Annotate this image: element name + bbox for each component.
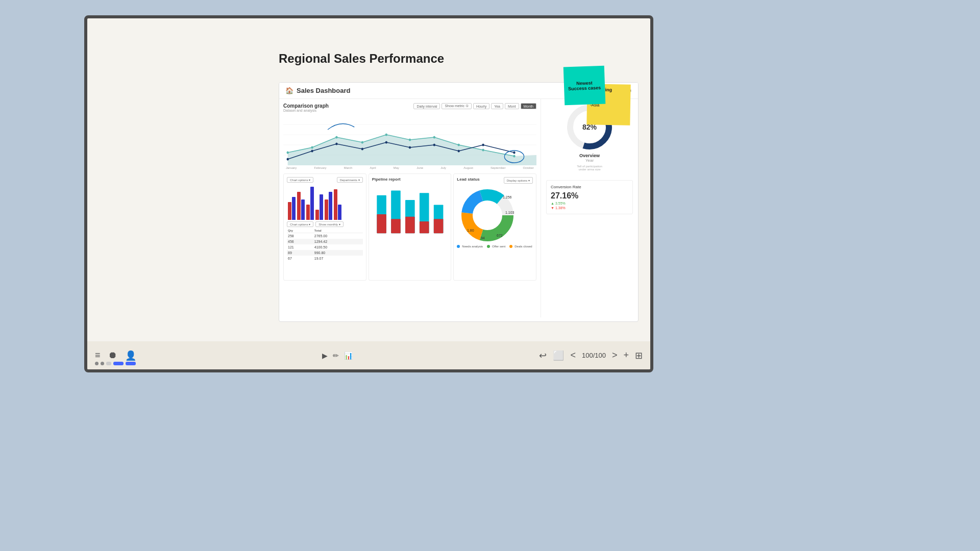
svg-point-12 [458, 144, 460, 146]
filter-hourly[interactable]: Hourly [473, 103, 489, 109]
dot-1 [95, 362, 99, 365]
home-icon: 🏠 [285, 87, 293, 94]
x-axis-labels: January February March April May June Ju… [283, 165, 536, 170]
svg-point-22 [458, 150, 460, 153]
svg-rect-35 [433, 219, 443, 233]
svg-point-21 [433, 144, 435, 146]
toolbar-center: ▶ ✏ 📊 [322, 352, 353, 360]
pen-tool[interactable]: ✏ [333, 352, 339, 360]
svg-text:1.256: 1.256 [503, 195, 512, 199]
filter-buttons: Daily interval Show metric ① Hourly Yea … [413, 103, 536, 109]
svg-point-16 [311, 150, 313, 153]
indicator-dots [95, 362, 136, 365]
conversion-delta-down: ▼ 1.38% [551, 206, 628, 210]
svg-text:1.80: 1.80 [467, 229, 474, 232]
filter-metric[interactable]: Show metric ① [442, 103, 471, 109]
legend-offer-sent: Offer sent [487, 245, 505, 248]
svg-point-15 [287, 158, 289, 161]
filter-mont[interactable]: Mont [505, 103, 519, 109]
svg-point-9 [385, 134, 387, 136]
svg-point-5 [287, 152, 289, 154]
page-indicator: 100/100 [582, 352, 606, 359]
svg-point-10 [409, 139, 411, 141]
overview-description: Tell of participationunder arma size [577, 165, 602, 171]
grid-view-icon[interactable]: ⊞ [635, 350, 643, 361]
svg-point-13 [482, 149, 484, 152]
conversion-delta-up: ▲ 3.55% [551, 202, 628, 205]
toolbar-left: ≡ ⏺ 👤 [95, 350, 136, 361]
dashboard-container: 🏠 Sales Dashboard ▶ ⬆ 👤 ⚙ Comparison gra… [279, 82, 639, 322]
filter-year[interactable]: Yea [491, 103, 503, 109]
record-icon[interactable]: ⏺ [108, 350, 117, 361]
comparison-chart [283, 114, 536, 165]
overview-title: Overview [579, 153, 600, 158]
conversion-rate-value: 27.16% [551, 191, 628, 201]
dot-3 [106, 362, 111, 365]
shape-tool[interactable]: 📊 [344, 352, 353, 360]
lead-filter-btn[interactable]: Display options ▾ [504, 177, 533, 184]
conversion-rate-box: Conversion Rate 27.16% ▲ 3.55% ▼ 1.38% [546, 180, 633, 214]
svg-point-14 [513, 155, 515, 158]
svg-point-17 [335, 143, 337, 145]
undo-icon[interactable]: ↩ [539, 350, 547, 361]
legend-deals-closed: Deals closed [509, 245, 532, 248]
bar-chart-panel: Chart options ▾ Departments ▾ [283, 173, 366, 281]
dot-5-active [126, 362, 136, 365]
legend-needs-analysis: Needs analysis [457, 245, 483, 248]
lead-status-title: Lead status [457, 177, 479, 182]
dot-4-active [113, 362, 124, 365]
svg-point-7 [335, 136, 337, 139]
filter-daily[interactable]: Daily interval [413, 103, 440, 109]
svg-rect-33 [420, 221, 429, 233]
overview-year: Year [585, 158, 594, 163]
chart-filter-btn1[interactable]: Chart options ▾ [287, 177, 313, 183]
svg-rect-27 [377, 214, 386, 233]
chart-filter-btn2[interactable]: Departments ▾ [337, 177, 363, 183]
pipeline-report-panel: Pipeline report [369, 173, 452, 281]
svg-rect-31 [405, 217, 415, 234]
svg-point-20 [409, 146, 411, 149]
menu-icon[interactable]: ≡ [95, 350, 101, 361]
filter-month[interactable]: Month [521, 103, 536, 109]
next-page-icon[interactable]: > [612, 350, 618, 361]
lead-status-panel: Lead status Display options ▾ [453, 173, 536, 281]
svg-point-11 [433, 136, 435, 139]
svg-point-19 [385, 141, 387, 144]
conversion-rate-title: Conversion Rate [551, 185, 628, 189]
data-table: Qty Total 2582765.00 4561294.42 1214100.… [287, 229, 363, 261]
cursor-tool[interactable]: ▶ [322, 352, 328, 360]
chart-filter3[interactable]: Chart options ▾ [287, 221, 313, 227]
right-panel: 82% Overview Year Tell of participationu… [541, 99, 638, 317]
svg-text:672: 672 [497, 234, 503, 237]
svg-rect-29 [391, 219, 401, 233]
toolbar-right: ↩ ⬜ < 100/100 > + ⊞ [539, 350, 643, 361]
pipeline-chart [372, 184, 448, 245]
add-page-icon[interactable]: + [623, 350, 629, 361]
svg-text:1.103: 1.103 [505, 211, 514, 214]
dot-2 [101, 362, 104, 365]
svg-point-23 [482, 144, 484, 146]
sticky-newest: Newest Success cases [564, 66, 606, 106]
prev-page-icon[interactable]: < [570, 350, 576, 361]
bottom-toolbar: ≡ ⏺ 👤 ▶ ✏ 📊 ↩ ⬜ < 100/100 > + ⊞ [87, 341, 650, 369]
page-heading: Regional Sales Performance [279, 52, 444, 66]
svg-point-6 [311, 146, 313, 149]
svg-point-41 [473, 201, 502, 230]
frame-icon[interactable]: ⬜ [553, 350, 564, 361]
comparison-graph-title: Comparison graph [283, 103, 329, 109]
chart-filter4[interactable]: Show monthly ▾ [315, 221, 343, 227]
comparison-graph-subtitle: Dataset and analysis [283, 109, 329, 112]
svg-point-8 [361, 141, 363, 144]
svg-point-18 [361, 148, 363, 151]
svg-text:.94: .94 [480, 236, 485, 240]
users-icon[interactable]: 👤 [125, 350, 136, 361]
pipeline-report-title: Pipeline report [372, 177, 448, 182]
svg-point-24 [513, 152, 515, 154]
dashboard-title: 🏠 Sales Dashboard [285, 87, 351, 94]
lead-status-chart: 1.256 1.103 1.80 .94 672 [457, 186, 518, 242]
comparison-graph-section: Comparison graph Dataset and analysis Da… [283, 103, 536, 170]
